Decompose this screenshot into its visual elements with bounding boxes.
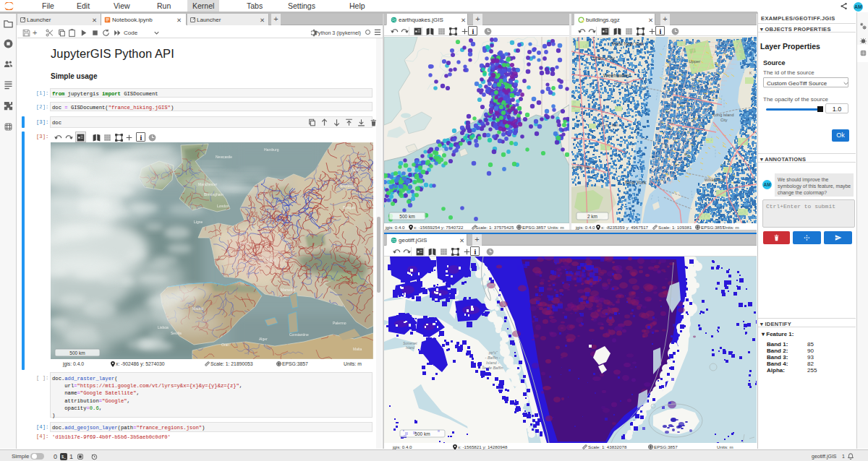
svg-text:·pp°cˆ: ·pp°cˆ	[488, 350, 498, 355]
svg-text:West New York: West New York	[612, 41, 644, 46]
svg-text:500 km: 500 km	[399, 214, 414, 219]
svg-text:Island -: Island -	[486, 361, 499, 365]
svg-text:500 km: 500 km	[69, 350, 85, 356]
svg-text:Palermo: Palermo	[333, 321, 346, 325]
svg-text:2 km: 2 km	[587, 214, 597, 219]
svg-text:Lisboa: Lisboa	[158, 325, 169, 329]
svg-text:- Baffin -: - Baffin -	[485, 356, 501, 360]
svg-text:Williamsburg: Williamsburg	[705, 178, 726, 182]
svg-text:Hamburg: Hamburg	[264, 147, 279, 152]
svg-text:Île de Baffin: Île de Baffin	[482, 366, 503, 370]
svg-text:Madrid: Madrid	[192, 306, 204, 311]
svg-text:Long Island: Long Island	[713, 113, 733, 117]
svg-text:Malta: Malta	[353, 347, 362, 351]
svg-text:Gda: Gda	[352, 168, 359, 172]
svg-text:H…b…ken: H…b…ken	[599, 123, 618, 127]
svg-text:Newcastle: Newcastle	[216, 155, 232, 159]
svg-text:Ligne: Ligne	[194, 220, 203, 224]
svg-text:Lyon: Lyon	[268, 258, 276, 262]
svg-text:City: City	[720, 118, 728, 122]
svg-text:Szczecin: Szczecin	[340, 184, 354, 188]
svg-text:Oran: Oran	[221, 342, 229, 347]
svg-text:Island: Island	[406, 346, 415, 350]
svg-text:Union City: Union City	[593, 56, 616, 61]
svg-text:500 km: 500 km	[414, 431, 430, 436]
svg-text:Weehawken: Weehawken	[603, 73, 631, 78]
svg-text:London: London	[217, 204, 229, 208]
svg-text:Jersey City…: Jersey City…	[571, 165, 595, 169]
svg-text:Sevilla: Sevilla	[171, 331, 182, 335]
svg-text:Alger: Alger	[259, 337, 268, 341]
svg-text:Paris: Paris	[240, 241, 249, 246]
svg-text:Birmingham: Birmingham	[204, 192, 224, 197]
svg-text:Marseille: Marseille	[281, 288, 295, 292]
svg-text:Bydgos: Bydgos	[343, 205, 355, 210]
svg-text:Constantine: Constantine	[289, 332, 309, 337]
svg-text:New York: New York	[625, 180, 647, 185]
svg-text:Manchester: Manchester	[198, 182, 217, 186]
svg-text:Somerset: Somerset	[403, 342, 417, 345]
svg-text:Upper: Upper	[689, 59, 700, 64]
